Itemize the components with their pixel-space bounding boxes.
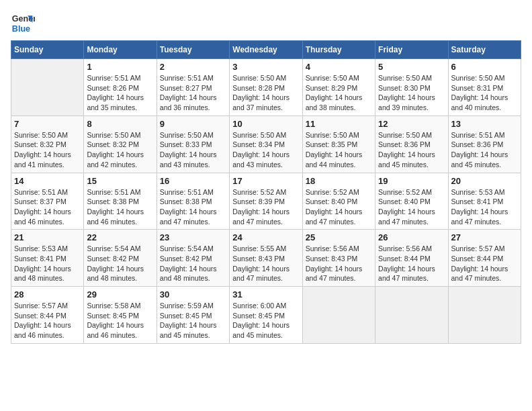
day-header-sunday: Sunday	[11, 41, 84, 59]
day-header-wednesday: Wednesday	[230, 41, 302, 59]
day-number: 9	[160, 119, 226, 129]
week-row-4: 21Sunrise: 5:53 AM Sunset: 8:41 PM Dayli…	[11, 230, 521, 287]
calendar-cell: 31Sunrise: 6:00 AM Sunset: 8:45 PM Dayli…	[230, 287, 302, 344]
day-info: Sunrise: 5:50 AM Sunset: 8:32 PM Dayligh…	[87, 130, 153, 170]
calendar-cell: 9Sunrise: 5:50 AM Sunset: 8:33 PM Daylig…	[157, 116, 229, 173]
calendar-cell: 10Sunrise: 5:50 AM Sunset: 8:34 PM Dayli…	[230, 116, 302, 173]
day-header-monday: Monday	[84, 41, 157, 59]
day-number: 18	[306, 176, 372, 186]
day-info: Sunrise: 5:50 AM Sunset: 8:32 PM Dayligh…	[14, 130, 81, 170]
calendar-cell: 15Sunrise: 5:51 AM Sunset: 8:38 PM Dayli…	[84, 173, 157, 230]
logo-icon: General Blue	[11, 11, 35, 35]
calendar-cell: 4Sunrise: 5:50 AM Sunset: 8:29 PM Daylig…	[302, 59, 375, 116]
day-info: Sunrise: 5:51 AM Sunset: 8:26 PM Dayligh…	[87, 73, 153, 113]
calendar-header: SundayMondayTuesdayWednesdayThursdayFrid…	[11, 41, 521, 59]
calendar-cell: 22Sunrise: 5:54 AM Sunset: 8:42 PM Dayli…	[84, 230, 157, 287]
day-number: 16	[160, 176, 226, 186]
calendar-cell: 21Sunrise: 5:53 AM Sunset: 8:41 PM Dayli…	[11, 230, 84, 287]
day-number: 22	[87, 232, 153, 242]
day-number: 23	[160, 232, 226, 242]
logo: General Blue	[11, 11, 35, 35]
calendar-cell: 24Sunrise: 5:55 AM Sunset: 8:43 PM Dayli…	[230, 230, 302, 287]
calendar-cell: 11Sunrise: 5:50 AM Sunset: 8:35 PM Dayli…	[302, 116, 375, 173]
calendar-cell: 5Sunrise: 5:50 AM Sunset: 8:30 PM Daylig…	[375, 59, 448, 116]
day-header-thursday: Thursday	[302, 41, 375, 59]
day-number: 5	[378, 62, 445, 72]
week-row-3: 14Sunrise: 5:51 AM Sunset: 8:37 PM Dayli…	[11, 173, 521, 230]
calendar-cell: 29Sunrise: 5:58 AM Sunset: 8:45 PM Dayli…	[84, 287, 157, 344]
day-number: 30	[160, 289, 226, 300]
day-info: Sunrise: 5:50 AM Sunset: 8:34 PM Dayligh…	[232, 130, 299, 170]
day-number: 7	[14, 119, 81, 129]
calendar-cell: 30Sunrise: 5:59 AM Sunset: 8:45 PM Dayli…	[157, 287, 229, 344]
page-header: General Blue	[11, 11, 521, 35]
day-number: 13	[451, 119, 518, 129]
day-info: Sunrise: 5:54 AM Sunset: 8:42 PM Dayligh…	[87, 244, 153, 283]
calendar-cell	[302, 287, 375, 344]
calendar-cell: 18Sunrise: 5:52 AM Sunset: 8:40 PM Dayli…	[302, 173, 375, 230]
calendar-cell: 6Sunrise: 5:50 AM Sunset: 8:31 PM Daylig…	[448, 59, 521, 116]
day-info: Sunrise: 5:50 AM Sunset: 8:30 PM Dayligh…	[378, 73, 445, 113]
day-number: 12	[378, 119, 445, 129]
day-info: Sunrise: 5:52 AM Sunset: 8:39 PM Dayligh…	[232, 187, 299, 227]
day-info: Sunrise: 5:57 AM Sunset: 8:44 PM Dayligh…	[451, 244, 518, 283]
day-number: 20	[451, 176, 518, 186]
week-row-2: 7Sunrise: 5:50 AM Sunset: 8:32 PM Daylig…	[11, 116, 521, 173]
day-info: Sunrise: 5:51 AM Sunset: 8:36 PM Dayligh…	[451, 130, 518, 170]
week-row-5: 28Sunrise: 5:57 AM Sunset: 8:44 PM Dayli…	[11, 287, 521, 344]
day-number: 27	[451, 232, 518, 242]
day-info: Sunrise: 5:57 AM Sunset: 8:44 PM Dayligh…	[14, 301, 81, 340]
calendar-cell: 20Sunrise: 5:53 AM Sunset: 8:41 PM Dayli…	[448, 173, 521, 230]
day-number: 29	[87, 289, 153, 300]
day-info: Sunrise: 5:56 AM Sunset: 8:43 PM Dayligh…	[306, 244, 372, 283]
day-info: Sunrise: 6:00 AM Sunset: 8:45 PM Dayligh…	[232, 301, 299, 340]
day-number: 3	[232, 62, 299, 72]
day-info: Sunrise: 5:58 AM Sunset: 8:45 PM Dayligh…	[87, 301, 153, 340]
day-info: Sunrise: 5:50 AM Sunset: 8:33 PM Dayligh…	[160, 130, 226, 170]
calendar-cell	[11, 59, 84, 116]
day-info: Sunrise: 5:50 AM Sunset: 8:35 PM Dayligh…	[306, 130, 372, 170]
day-info: Sunrise: 5:50 AM Sunset: 8:36 PM Dayligh…	[378, 130, 445, 170]
day-header-tuesday: Tuesday	[157, 41, 229, 59]
day-info: Sunrise: 5:51 AM Sunset: 8:38 PM Dayligh…	[87, 187, 153, 227]
day-number: 4	[306, 62, 372, 72]
svg-text:Blue: Blue	[12, 24, 30, 34]
day-number: 21	[14, 232, 81, 242]
day-number: 1	[87, 62, 153, 72]
day-info: Sunrise: 5:50 AM Sunset: 8:31 PM Dayligh…	[451, 73, 518, 113]
day-number: 10	[232, 119, 299, 129]
day-info: Sunrise: 5:52 AM Sunset: 8:40 PM Dayligh…	[378, 187, 445, 227]
calendar-cell: 14Sunrise: 5:51 AM Sunset: 8:37 PM Dayli…	[11, 173, 84, 230]
day-number: 2	[160, 62, 226, 72]
calendar-cell: 25Sunrise: 5:56 AM Sunset: 8:43 PM Dayli…	[302, 230, 375, 287]
day-info: Sunrise: 5:53 AM Sunset: 8:41 PM Dayligh…	[14, 244, 81, 283]
calendar-cell: 19Sunrise: 5:52 AM Sunset: 8:40 PM Dayli…	[375, 173, 448, 230]
calendar-cell: 27Sunrise: 5:57 AM Sunset: 8:44 PM Dayli…	[448, 230, 521, 287]
day-info: Sunrise: 5:55 AM Sunset: 8:43 PM Dayligh…	[232, 244, 299, 283]
calendar-cell: 2Sunrise: 5:51 AM Sunset: 8:27 PM Daylig…	[157, 59, 229, 116]
day-info: Sunrise: 5:53 AM Sunset: 8:41 PM Dayligh…	[451, 187, 518, 227]
calendar-body: 1Sunrise: 5:51 AM Sunset: 8:26 PM Daylig…	[11, 59, 521, 344]
calendar-cell	[375, 287, 448, 344]
calendar-cell: 8Sunrise: 5:50 AM Sunset: 8:32 PM Daylig…	[84, 116, 157, 173]
day-number: 25	[306, 232, 372, 242]
day-number: 26	[378, 232, 445, 242]
calendar-cell: 13Sunrise: 5:51 AM Sunset: 8:36 PM Dayli…	[448, 116, 521, 173]
day-number: 31	[232, 289, 299, 300]
day-number: 6	[451, 62, 518, 72]
day-info: Sunrise: 5:59 AM Sunset: 8:45 PM Dayligh…	[160, 301, 226, 340]
calendar-cell	[448, 287, 521, 344]
calendar-cell: 23Sunrise: 5:54 AM Sunset: 8:42 PM Dayli…	[157, 230, 229, 287]
day-info: Sunrise: 5:54 AM Sunset: 8:42 PM Dayligh…	[160, 244, 226, 283]
day-number: 24	[232, 232, 299, 242]
calendar-cell: 26Sunrise: 5:56 AM Sunset: 8:44 PM Dayli…	[375, 230, 448, 287]
day-header-saturday: Saturday	[448, 41, 521, 59]
day-info: Sunrise: 5:50 AM Sunset: 8:28 PM Dayligh…	[232, 73, 299, 113]
week-row-1: 1Sunrise: 5:51 AM Sunset: 8:26 PM Daylig…	[11, 59, 521, 116]
day-info: Sunrise: 5:52 AM Sunset: 8:40 PM Dayligh…	[306, 187, 372, 227]
calendar-cell: 7Sunrise: 5:50 AM Sunset: 8:32 PM Daylig…	[11, 116, 84, 173]
calendar-cell: 28Sunrise: 5:57 AM Sunset: 8:44 PM Dayli…	[11, 287, 84, 344]
day-info: Sunrise: 5:51 AM Sunset: 8:37 PM Dayligh…	[14, 187, 81, 227]
calendar-table: SundayMondayTuesdayWednesdayThursdayFrid…	[11, 40, 521, 344]
calendar-cell: 1Sunrise: 5:51 AM Sunset: 8:26 PM Daylig…	[84, 59, 157, 116]
